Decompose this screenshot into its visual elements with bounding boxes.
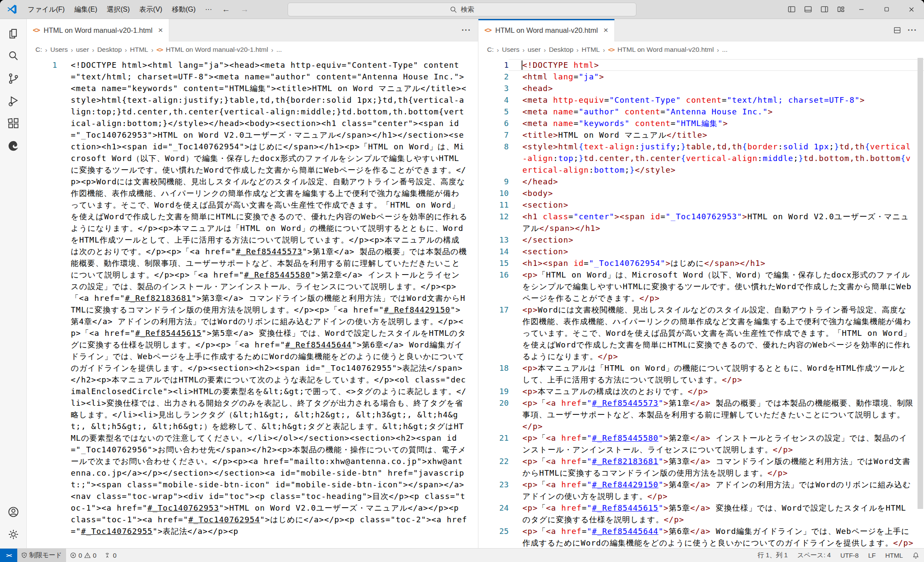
code-line[interactable]: 1<!DOCTYPE html><html lang="ja"><head><m…	[27, 59, 478, 537]
scrollbar-thumb[interactable]	[918, 58, 923, 509]
line-number: 20	[478, 397, 509, 409]
code-text: <body>	[509, 187, 924, 199]
code-area-left[interactable]: 1<!DOCTYPE html><html lang="ja"><head><m…	[27, 58, 478, 548]
command-center-search[interactable]: 検索	[288, 3, 636, 16]
indentation[interactable]: スペース: 4	[792, 549, 835, 562]
back-icon[interactable]: ←	[217, 5, 235, 14]
breadcrumb-item[interactable]: HTML	[130, 46, 148, 54]
breadcrumb-file[interactable]: HTML on Word manual-v20.html	[617, 46, 714, 54]
run-debug-icon[interactable]	[0, 90, 27, 112]
breadcrumb-item[interactable]: Desktop	[549, 46, 573, 54]
editor-left[interactable]: 1<!DOCTYPE html><html lang="ja"><head><m…	[27, 58, 478, 548]
menu-go[interactable]: 移動(G)	[167, 0, 200, 19]
titlebar: ファイル(F) 編集(E) 選択(S) 表示(V) 移動(G) ··· ← → …	[0, 0, 924, 19]
menu-edit[interactable]: 編集(E)	[70, 0, 102, 19]
maximize-button[interactable]	[874, 0, 899, 19]
toggle-secondary-sidebar-icon[interactable]	[816, 0, 832, 19]
code-text: <h1 class="center"><span id="_Toc1407629…	[509, 211, 924, 234]
menu-file[interactable]: ファイル(F)	[23, 0, 70, 19]
encoding[interactable]: UTF-8	[835, 549, 864, 562]
source-control-icon[interactable]	[0, 67, 27, 90]
code-line[interactable]: 21<p>「<a href="#_Ref85445580">第2章</a> イン…	[478, 432, 924, 455]
edge-devtools-icon[interactable]	[0, 135, 27, 157]
code-line[interactable]: 25<p>「<a href="#_Ref85445644">第6章</a> Wo…	[478, 525, 924, 548]
editor-group-right: <> HTML on Word manual-v20.html × ··· C:…	[478, 19, 924, 548]
code-line[interactable]: 19<p>本マニュアルの構成は次のとおりです。</p>	[478, 385, 924, 397]
code-line[interactable]: 24<p>「<a href="#_Ref85445615">第5章</a> 変換…	[478, 502, 924, 525]
code-line[interactable]: 20<p>「<a href="#_Ref85445573">第1章</a> 製品…	[478, 397, 924, 432]
editor-actions-more-icon[interactable]: ···	[908, 25, 917, 35]
settings-gear-icon[interactable]	[0, 523, 27, 546]
breadcrumb-item[interactable]: Desktop	[97, 46, 122, 54]
code-line[interactable]: 4<meta http-equiv="Content-Type" content…	[478, 94, 924, 106]
breadcrumb-item[interactable]: user	[76, 46, 89, 54]
line-number: 1	[478, 59, 509, 71]
ports-indicator[interactable]: 0	[100, 549, 120, 562]
vscode-window: ファイル(F) 編集(E) 選択(S) 表示(V) 移動(G) ··· ← → …	[0, 0, 924, 562]
breadcrumb-item[interactable]: user	[528, 46, 541, 54]
error-count: 0	[79, 552, 82, 559]
code-line[interactable]: 14<section>	[478, 246, 924, 257]
forward-icon[interactable]: →	[235, 5, 254, 14]
code-line[interactable]: 3<head>	[478, 82, 924, 94]
restricted-mode-badge[interactable]: 制限モード	[17, 549, 66, 562]
code-line[interactable]: 5<meta name="author" content="Antenna Ho…	[478, 106, 924, 117]
code-line[interactable]: 6<meta name="keywords" content="HTML編集">	[478, 117, 924, 129]
search-sidebar-icon[interactable]	[0, 45, 27, 67]
code-line[interactable]: 13</section>	[478, 234, 924, 246]
code-line[interactable]: 2<html lang="ja">	[478, 71, 924, 82]
code-line[interactable]: 17<p>Wordには文書校閲機能、見出しスタイルなどのスタイル設定、自動アウト…	[478, 304, 924, 362]
code-line[interactable]: 7<title>HTML on Word マニュアル</title>	[478, 129, 924, 141]
tab-manual-v20-1[interactable]: <> HTML on Word manual-v20-1.html ×	[27, 19, 169, 41]
code-line[interactable]: 23<p>「<a href="#_Ref84429150">第4章</a> アド…	[478, 479, 924, 502]
code-line[interactable]: 10<body>	[478, 187, 924, 199]
menu-view[interactable]: 表示(V)	[135, 0, 167, 19]
breadcrumb-file[interactable]: HTML on Word manual-v20-1.html	[166, 46, 268, 54]
problems-indicator[interactable]: 0 0	[66, 549, 101, 562]
code-line[interactable]: 8<style>html{text-align:justify;}table,t…	[478, 141, 924, 176]
code-text: <p>「<a href="#_Ref84429150">第4章</a> アドイン…	[509, 479, 924, 502]
toggle-panel-icon[interactable]	[800, 0, 816, 19]
editor-actions-more-icon[interactable]: ···	[462, 25, 471, 35]
close-tab-icon[interactable]: ×	[158, 25, 163, 35]
explorer-icon[interactable]	[0, 22, 27, 45]
minimize-button[interactable]	[849, 0, 874, 19]
menu-more-icon[interactable]: ···	[200, 0, 217, 19]
line-number: 1	[27, 59, 57, 71]
customize-layout-icon[interactable]	[832, 0, 849, 19]
breadcrumb-item[interactable]: Users	[51, 46, 68, 54]
code-text: <!DOCTYPE html>	[509, 59, 924, 71]
toggle-primary-sidebar-icon[interactable]	[783, 0, 800, 19]
code-line[interactable]: 18<p>本マニュアルは「HTML on Word」の機能について説明するととも…	[478, 362, 924, 385]
language-mode[interactable]: HTML	[880, 549, 908, 562]
extensions-icon[interactable]	[0, 112, 27, 135]
remote-indicator[interactable]: ><	[0, 549, 17, 562]
line-number: 4	[478, 94, 509, 106]
code-text: </section>	[509, 234, 924, 246]
code-line[interactable]: 12<h1 class="center"><span id="_Toc14076…	[478, 211, 924, 234]
breadcrumb-item[interactable]: Users	[502, 46, 519, 54]
code-line[interactable]: 1<!DOCTYPE html>	[478, 59, 924, 71]
code-line[interactable]: 22<p>「<a href="#_Ref82183681">第3章</a> コマ…	[478, 455, 924, 479]
close-tab-icon[interactable]: ×	[604, 25, 608, 35]
breadcrumb-item[interactable]: C:	[35, 46, 42, 54]
breadcrumb-item[interactable]: HTML	[582, 46, 600, 54]
breadcrumb-item[interactable]: ...	[722, 46, 728, 54]
code-line[interactable]: 15<h1><span id="_Toc140762954">はじめに</spa…	[478, 257, 924, 269]
eol-sequence[interactable]: LF	[864, 549, 881, 562]
chevron-right-icon: ›	[45, 46, 47, 54]
menu-selection[interactable]: 選択(S)	[102, 0, 134, 19]
editor-right[interactable]: 1<!DOCTYPE html>2<html lang="ja">3<head>…	[478, 58, 924, 548]
breadcrumb-item[interactable]: C:	[487, 46, 494, 54]
account-icon[interactable]	[0, 501, 27, 523]
code-line[interactable]: 9</head>	[478, 176, 924, 187]
cursor-position[interactable]: 行 1、列 1	[753, 549, 792, 562]
tab-manual-v20[interactable]: <> HTML on Word manual-v20.html ×	[478, 19, 615, 41]
split-editor-icon[interactable]	[893, 26, 902, 35]
breadcrumb-item[interactable]: ...	[276, 46, 282, 54]
close-window-button[interactable]	[899, 0, 924, 19]
code-line[interactable]: 11<section>	[478, 199, 924, 211]
code-area-right[interactable]: 1<!DOCTYPE html>2<html lang="ja">3<head>…	[478, 58, 924, 548]
notifications-bell-icon[interactable]	[908, 549, 924, 562]
code-line[interactable]: 16<p>「HTML on Word」は、Microsoft Word（以下、W…	[478, 269, 924, 304]
